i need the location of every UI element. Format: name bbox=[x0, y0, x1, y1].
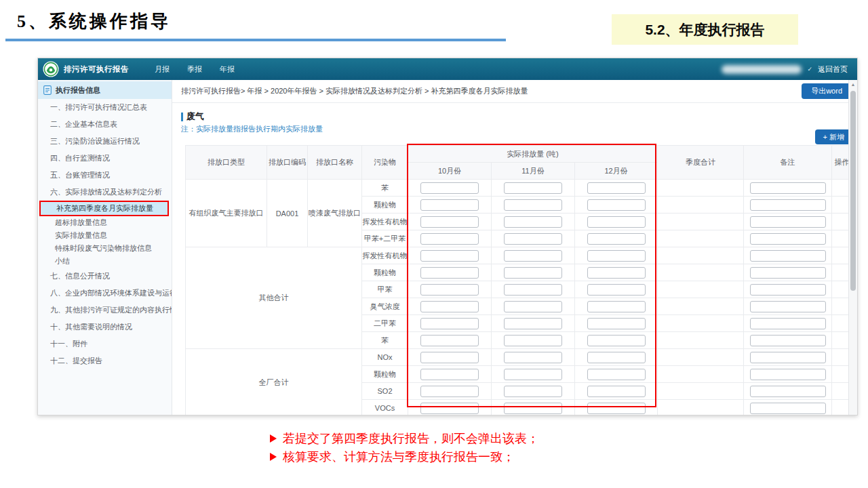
sidebar-item-9[interactable]: 实际排放量信息 bbox=[38, 229, 172, 242]
month-input-2[interactable] bbox=[504, 250, 562, 262]
sidebar-item-12[interactable]: 七、信息公开情况 bbox=[38, 268, 172, 285]
sidebar-item-2[interactable]: 二、企业基本信息表 bbox=[38, 116, 172, 133]
month-input-2[interactable] bbox=[504, 352, 562, 363]
month-value-cell bbox=[492, 247, 575, 264]
month-input-2[interactable] bbox=[504, 199, 562, 211]
month-input-2[interactable] bbox=[504, 335, 562, 346]
remark-input[interactable] bbox=[750, 267, 826, 279]
slide-note-1: 若提交了第四季度执行报告，则不会弹出该表； bbox=[270, 429, 539, 447]
sidebar-item-10[interactable]: 特殊时段废气污染物排放信息 bbox=[38, 242, 172, 255]
section-label: 废气 bbox=[186, 110, 204, 123]
sidebar-item-17[interactable]: 十二、提交报告 bbox=[38, 352, 172, 369]
pollutant-cell: 臭气浓度 bbox=[362, 298, 408, 315]
remark-input[interactable] bbox=[750, 369, 826, 380]
sidebar-item-11[interactable]: 小结 bbox=[38, 255, 172, 268]
sidebar-item-4[interactable]: 四、自行监测情况 bbox=[38, 150, 172, 167]
month-input-1[interactable] bbox=[420, 267, 479, 279]
month-input-2[interactable] bbox=[504, 369, 562, 380]
sidebar-item-16[interactable]: 十一、附件 bbox=[38, 336, 172, 352]
month-input-2[interactable] bbox=[504, 386, 562, 397]
month-value-cell bbox=[492, 180, 575, 197]
header-tab-2[interactable]: 季报 bbox=[187, 64, 202, 75]
month-input-1[interactable] bbox=[420, 182, 479, 194]
month-input-3[interactable] bbox=[587, 403, 646, 414]
month-input-3[interactable] bbox=[587, 301, 646, 312]
month-value-cell bbox=[492, 264, 575, 281]
month-input-3[interactable] bbox=[587, 182, 646, 194]
sidebar-item-7[interactable]: 补充第四季度各月实际排放量 bbox=[39, 201, 169, 216]
month-input-3[interactable] bbox=[587, 250, 646, 262]
month-input-1[interactable] bbox=[420, 369, 479, 380]
remark-input[interactable] bbox=[750, 318, 826, 329]
month-input-1[interactable] bbox=[420, 386, 479, 397]
app-window: 排污许可执行报告 月报季报年报 ✓ 返回首页 执行报告信息 bbox=[37, 58, 858, 415]
export-word-button[interactable]: 导出word bbox=[802, 83, 852, 99]
sidebar-item-1[interactable]: 一、排污许可执行情况汇总表 bbox=[38, 99, 172, 116]
month-input-2[interactable] bbox=[504, 233, 562, 245]
sidebar-menu: 一、排污许可执行情况汇总表二、企业基本信息表三、污染防治设施运行情况四、自行监测… bbox=[38, 99, 172, 369]
month-input-3[interactable] bbox=[587, 318, 646, 329]
month-input-3[interactable] bbox=[587, 233, 646, 245]
home-link[interactable]: 返回首页 bbox=[818, 64, 848, 75]
month-input-1[interactable] bbox=[420, 250, 479, 262]
month-input-3[interactable] bbox=[587, 284, 646, 296]
month-input-1[interactable] bbox=[420, 301, 479, 312]
remark-input[interactable] bbox=[750, 199, 826, 211]
month-input-2[interactable] bbox=[504, 216, 562, 228]
month-value-cell bbox=[408, 197, 492, 214]
sidebar-item-15[interactable]: 十、其他需要说明的情况 bbox=[38, 319, 172, 336]
sidebar-item-8[interactable]: 超标排放量信息 bbox=[38, 216, 172, 229]
remark-input[interactable] bbox=[750, 403, 826, 414]
pollutant-cell: 颗粒物 bbox=[362, 366, 408, 383]
month-input-3[interactable] bbox=[587, 369, 646, 380]
remark-input[interactable] bbox=[750, 216, 826, 228]
sidebar-item-6[interactable]: 六、实际排放情况及达标判定分析 bbox=[38, 184, 172, 201]
scroll-up-arrow-icon[interactable]: ▲ bbox=[849, 80, 857, 89]
scrollbar[interactable]: ▲ bbox=[848, 80, 857, 415]
month-input-3[interactable] bbox=[587, 335, 646, 346]
month-input-1[interactable] bbox=[420, 284, 479, 296]
sidebar-root-item[interactable]: 执行报告信息 bbox=[38, 81, 172, 99]
month-input-1[interactable] bbox=[420, 216, 479, 228]
remark-input[interactable] bbox=[750, 335, 826, 346]
remark-input[interactable] bbox=[750, 233, 826, 245]
header-tab-3[interactable]: 年报 bbox=[220, 64, 235, 75]
remark-input[interactable] bbox=[750, 250, 826, 262]
month-input-2[interactable] bbox=[504, 267, 562, 279]
sidebar-item-5[interactable]: 五、台账管理情况 bbox=[38, 167, 172, 184]
header-right: ✓ 返回首页 bbox=[722, 58, 848, 80]
remark-input[interactable] bbox=[750, 182, 826, 194]
month-input-2[interactable] bbox=[504, 318, 562, 329]
month-input-1[interactable] bbox=[420, 335, 479, 346]
month-input-3[interactable] bbox=[587, 199, 646, 211]
month-input-1[interactable] bbox=[420, 318, 479, 329]
sidebar-item-3[interactable]: 三、污染防治设施运行情况 bbox=[38, 133, 172, 150]
month-input-1[interactable] bbox=[420, 352, 479, 363]
scrollbar-thumb[interactable] bbox=[850, 91, 856, 291]
remark-input[interactable] bbox=[750, 284, 826, 296]
remark-input[interactable] bbox=[750, 386, 826, 397]
month-input-1[interactable] bbox=[420, 233, 479, 245]
quarter-total-cell bbox=[658, 383, 744, 400]
month-value-cell bbox=[575, 383, 658, 400]
month-input-2[interactable] bbox=[504, 182, 562, 194]
month-input-1[interactable] bbox=[420, 199, 479, 211]
header-tab-1[interactable]: 月报 bbox=[155, 64, 170, 75]
remark-input[interactable] bbox=[750, 352, 826, 363]
month-input-2[interactable] bbox=[504, 284, 562, 296]
month-input-3[interactable] bbox=[587, 352, 646, 363]
month-input-3[interactable] bbox=[587, 216, 646, 228]
month-header-3: 12月份 bbox=[575, 163, 658, 180]
month-input-3[interactable] bbox=[587, 267, 646, 279]
month-input-2[interactable] bbox=[504, 301, 562, 312]
month-input-2[interactable] bbox=[504, 403, 562, 414]
sidebar-item-13[interactable]: 八、企业内部情况环境体系建设与运行情况 bbox=[38, 285, 172, 302]
remark-cell bbox=[744, 366, 832, 383]
month-input-3[interactable] bbox=[587, 386, 646, 397]
sidebar-item-14[interactable]: 九、其他排污许可证规定的内容执行情况 bbox=[38, 302, 172, 319]
month-input-1[interactable] bbox=[420, 403, 479, 414]
remark-input[interactable] bbox=[750, 301, 826, 312]
slide-root: 5、系统操作指导 5.2、年度执行报告 排污许可执行报告 月报季报年报 ✓ 返回… bbox=[0, 0, 868, 488]
month-value-cell bbox=[575, 315, 658, 332]
add-button[interactable]: + 新增 bbox=[815, 129, 852, 144]
